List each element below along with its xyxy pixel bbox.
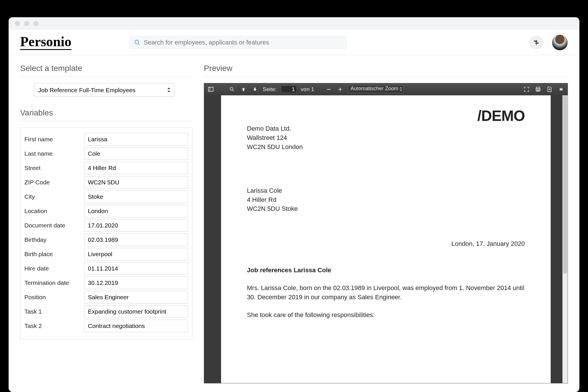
page-total: von 1 [301, 86, 314, 92]
zoom-out-icon[interactable]: − [325, 86, 332, 93]
pdf-scrollbar[interactable] [562, 95, 568, 383]
variable-input[interactable] [84, 205, 188, 217]
variable-input[interactable] [84, 233, 188, 246]
pdf-body: /DEMO Demo Data Ltd. Wallstreet 124 WC2N… [204, 95, 568, 383]
variable-row: Hire date [24, 262, 188, 275]
variable-label: Task 1 [24, 308, 79, 315]
template-select[interactable]: Job Reference Full-Time Employees [34, 83, 175, 97]
variable-row: Document date [24, 219, 188, 232]
svg-rect-2 [208, 87, 213, 92]
document-para2: She took care of the following responsib… [247, 310, 525, 320]
variable-input[interactable] [84, 190, 188, 203]
page-down-icon[interactable] [251, 86, 259, 93]
app-header: Personio [9, 30, 579, 55]
variable-label: Position [24, 294, 79, 301]
variable-row: Last name [24, 147, 188, 160]
select-template-title: Select a template [20, 64, 192, 77]
variable-label: Document date [24, 222, 79, 229]
variable-input[interactable] [84, 176, 188, 189]
variable-label: ZIP Code [24, 179, 79, 186]
svg-rect-7 [536, 89, 540, 91]
variable-label: Street [24, 165, 79, 171]
variable-input[interactable] [84, 320, 188, 332]
download-icon[interactable] [546, 86, 553, 93]
variables-title: Variables [20, 108, 192, 121]
svg-line-1 [138, 43, 140, 45]
template-select-wrap: Job Reference Full-Time Employees [34, 83, 175, 97]
document-para1: Mrs. Larissa Cole, born on the 02.03.198… [247, 283, 525, 302]
print-icon[interactable] [534, 86, 542, 93]
variable-row: Position [24, 291, 188, 304]
company-city: WC2N 5DU London [247, 142, 525, 152]
variable-label: First name [24, 136, 79, 143]
variable-label: Hire date [24, 265, 79, 272]
variable-input[interactable] [84, 277, 188, 289]
variable-row: Task 2 [24, 320, 188, 332]
document-brand-logo: /DEMO [477, 105, 525, 127]
page-up-icon[interactable] [240, 86, 247, 93]
svg-point-0 [135, 40, 138, 44]
fullscreen-icon[interactable] [523, 86, 530, 93]
variable-row: Location [24, 205, 188, 217]
search-icon [134, 39, 140, 46]
variable-row: Street [24, 162, 188, 174]
recipient-name: Larissa Cole [247, 186, 525, 195]
zoom-select[interactable]: Automatischer Zoom [348, 85, 404, 93]
variable-label: Birth place [24, 251, 79, 258]
pdf-viewer: Seite: von 1 − + Automatischer Zoom [204, 83, 568, 383]
variable-input[interactable] [84, 262, 188, 275]
signpost-button[interactable] [529, 36, 543, 49]
variable-row: Birth place [24, 248, 188, 260]
right-column: Preview Seite: [204, 64, 568, 383]
variable-input[interactable] [84, 219, 188, 232]
variable-row: First name [24, 133, 188, 146]
pdf-toolbar: Seite: von 1 − + Automatischer Zoom [204, 83, 568, 95]
sidebar-toggle-icon[interactable] [207, 86, 214, 93]
pdf-page: /DEMO Demo Data Ltd. Wallstreet 124 WC2N… [221, 95, 551, 383]
variable-input[interactable] [84, 248, 188, 260]
titlebar [9, 17, 579, 30]
variable-row: City [24, 190, 188, 203]
more-icon[interactable] [557, 86, 565, 93]
chevron-updown-icon [399, 87, 402, 91]
zoom-search-icon[interactable] [228, 86, 236, 93]
variable-input[interactable] [84, 305, 188, 318]
window-close-dot[interactable] [15, 21, 20, 26]
window-max-dot[interactable] [33, 21, 38, 26]
preview-title: Preview [204, 64, 568, 77]
variable-row: Birthday [24, 233, 188, 246]
variable-row: Termination date [24, 277, 188, 289]
variable-row: Task 1 [24, 305, 188, 318]
variable-label: Task 2 [24, 323, 79, 329]
variable-input[interactable] [84, 147, 188, 160]
search-input[interactable] [144, 39, 342, 46]
company-street: Wallstreet 124 [247, 133, 525, 142]
variable-input[interactable] [84, 162, 188, 174]
page-label: Seite: [263, 86, 277, 92]
search-container [129, 36, 347, 49]
variable-label: Termination date [24, 279, 79, 286]
recipient-street: 4 Hiller Rd [247, 195, 525, 204]
zoom-in-icon[interactable]: + [336, 86, 344, 93]
pdf-scroll-thumb[interactable] [563, 95, 567, 274]
document-date-line: London, 17. January 2020 [247, 239, 525, 248]
avatar[interactable] [552, 34, 568, 51]
app-window: Personio Select a template Job Reference… [9, 17, 579, 392]
page-number-input[interactable] [281, 86, 297, 93]
variable-input[interactable] [84, 291, 188, 304]
brand-logo: Personio [20, 35, 71, 50]
variable-row: ZIP Code [24, 176, 188, 189]
variable-label: Location [24, 208, 79, 215]
variable-label: Birthday [24, 236, 79, 243]
variable-label: City [24, 193, 79, 200]
content: Select a template Job Reference Full-Tim… [9, 55, 579, 392]
window-min-dot[interactable] [24, 21, 29, 26]
header-right [529, 34, 568, 51]
variables-grid: First nameLast nameStreetZIP CodeCityLoc… [20, 128, 192, 339]
document-subject: Job references Larissa Cole [247, 266, 525, 275]
left-column: Select a template Job Reference Full-Tim… [20, 64, 192, 383]
svg-line-5 [233, 90, 234, 91]
variable-label: Last name [24, 150, 79, 157]
variable-input[interactable] [84, 133, 188, 146]
svg-point-4 [230, 87, 233, 90]
